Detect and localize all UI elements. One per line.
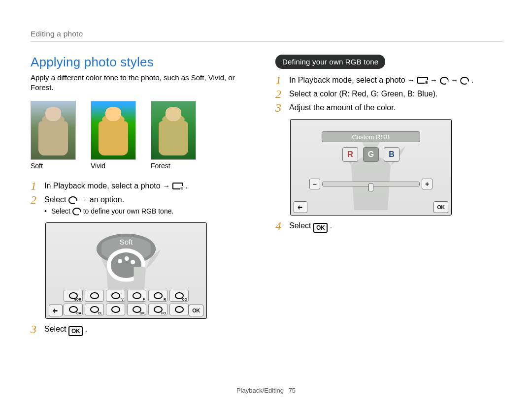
step-2-text-a: Select (44, 195, 68, 204)
edit-icon-suffix: E (425, 80, 428, 85)
step-1-text-a: In Playback mode, select a photo (44, 182, 163, 190)
channel-r-button[interactable]: R (342, 147, 358, 162)
right-steps: In Playback mode, select a photo → E → →… (275, 76, 502, 112)
rgb-callout: Defining your own RGB tone (275, 55, 385, 69)
thumb-forest-caption: Forest (151, 162, 196, 170)
ok-icon: OK (68, 326, 83, 336)
style-tile-soft[interactable] (85, 290, 104, 302)
left-column: Applying photo styles Apply a different … (31, 55, 258, 341)
edit-icon-suffix: E (180, 186, 183, 190)
palette-custom-icon (72, 208, 81, 216)
edit-icon: E (172, 183, 183, 189)
step-3: Select OK . (31, 325, 258, 336)
style-tile-forest[interactable]: F (127, 290, 146, 302)
step-1-end: . (185, 182, 187, 190)
step-2-note-a: Select (51, 207, 72, 215)
style-tile-retro[interactable]: R (148, 290, 167, 302)
palette-icon (440, 77, 449, 85)
thumb-vivid-caption: Vivid (91, 162, 136, 170)
current-style-label: Soft (120, 238, 133, 246)
intro-text: Apply a different color tone to the phot… (31, 73, 258, 93)
right-column: Defining your own RGB tone In Playback m… (275, 55, 502, 341)
step-1: In Playback mode, select a photo → E . (31, 182, 258, 190)
step-2-note: Select to define your own RGB tone. (44, 207, 258, 216)
section-title: Applying photo styles (31, 55, 258, 70)
header-divider (31, 41, 502, 42)
r-step-4-end: . (330, 221, 332, 230)
arrow-icon: → (163, 182, 170, 190)
step-2-note-b: to define your own RGB tone. (83, 207, 174, 215)
r-step-1: In Playback mode, select a photo → E → →… (275, 76, 502, 85)
left-steps-cont: Select OK . (31, 325, 258, 336)
r-step-1-end: . (471, 76, 473, 84)
r-step-2: Select a color (R: Red, G: Green, B: Blu… (275, 90, 502, 98)
r-step-1-a: In Playback mode, select a photo (289, 76, 407, 84)
rgb-adjust-screen: Custom RGB R G B – + OK (290, 119, 452, 216)
arrow-icon: → (451, 76, 458, 84)
channel-g-button[interactable]: G (363, 147, 379, 162)
page-footer: Playback/Editing 75 (0, 387, 532, 394)
step-2: Select → an option. Select to define you… (31, 195, 258, 216)
rgb-channel-row: R G B (342, 147, 399, 162)
step-2-text-b: → an option. (79, 195, 124, 204)
custom-rgb-label: Custom RGB (322, 131, 420, 142)
slider-plus-button[interactable]: + (422, 179, 432, 189)
thumb-soft-image (31, 101, 76, 160)
palette-custom-icon (460, 77, 469, 85)
step-3-end: . (85, 325, 87, 333)
left-steps: In Playback mode, select a photo → E . S… (31, 182, 258, 216)
channel-b-button[interactable]: B (384, 147, 399, 162)
r-step-4: Select OK . (275, 221, 502, 233)
back-button[interactable] (49, 305, 63, 316)
breadcrumb: Editing a photo (31, 30, 502, 38)
thumb-soft-caption: Soft (31, 162, 76, 170)
arrow-icon: → (430, 76, 437, 84)
palette-icon (68, 196, 77, 204)
style-tile-cool[interactable]: CO (169, 290, 189, 302)
amount-slider[interactable]: – + (309, 179, 432, 189)
step-3-text-a: Select (44, 325, 68, 333)
thumb-forest: Forest (151, 101, 196, 170)
slider-minus-button[interactable]: – (309, 179, 320, 189)
footer-section: Playback/Editing (236, 387, 284, 394)
thumb-soft: Soft (31, 101, 76, 170)
footer-page-number: 75 (289, 387, 296, 394)
thumb-vivid: Vivid (91, 101, 136, 170)
slider-track[interactable] (322, 182, 420, 186)
thumb-vivid-image (91, 101, 136, 160)
style-selector-screen: Soft NOR V F R CO CA CL GK FO (45, 222, 207, 319)
style-tile-vivid[interactable]: V (106, 290, 125, 302)
right-steps-cont: Select OK . (275, 221, 502, 233)
arrow-icon: → (407, 76, 415, 84)
edit-icon: E (417, 77, 428, 84)
back-button[interactable] (294, 201, 307, 213)
slider-thumb[interactable] (368, 184, 373, 191)
ok-button[interactable]: OK (433, 201, 448, 213)
r-step-4-a: Select (289, 221, 313, 230)
thumb-forest-image (151, 101, 196, 160)
ok-icon: OK (313, 223, 328, 233)
ok-button[interactable]: OK (189, 305, 203, 316)
style-thumbnails: Soft Vivid Forest (31, 101, 258, 170)
r-step-3: Adjust the amount of the color. (275, 103, 502, 112)
style-tile-nor[interactable]: NOR (64, 290, 83, 302)
